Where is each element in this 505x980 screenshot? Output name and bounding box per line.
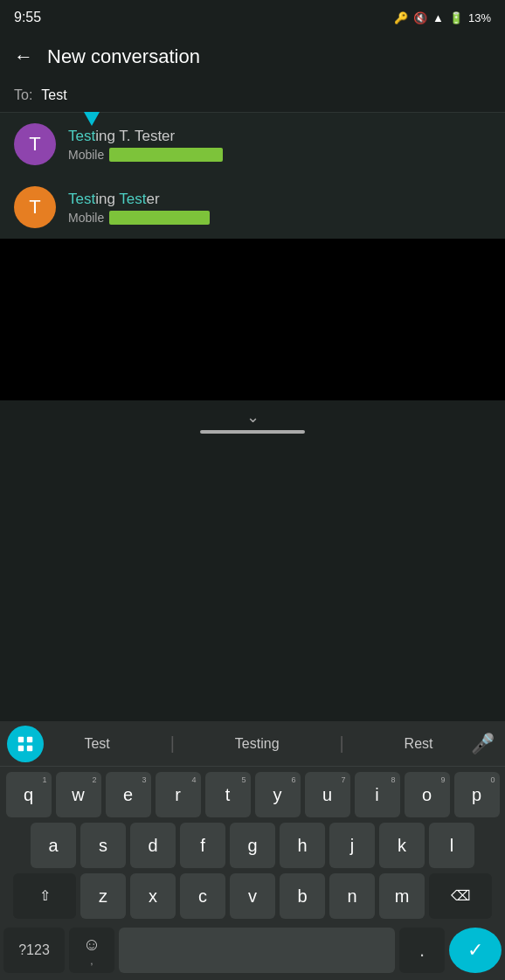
enter-button[interactable]: ✓	[449, 928, 502, 973]
key-w[interactable]: 2w	[56, 772, 101, 817]
emoji-icon: ☺	[83, 935, 100, 955]
key-g[interactable]: g	[230, 823, 275, 868]
status-time: 9:55	[14, 10, 41, 25]
key-z[interactable]: z	[80, 873, 126, 919]
nav-bar: ⌄	[0, 400, 505, 439]
kbd-row-3: ⇧ z x c v b n m ⌫	[3, 873, 502, 919]
suggestion-item-2[interactable]: T Testing Tester Mobile	[0, 176, 505, 239]
wifi-icon: ▲	[432, 11, 444, 24]
kbd-bottom-row: ?123 ☺ , . ✓	[0, 928, 505, 980]
key-n[interactable]: n	[329, 873, 375, 919]
key-v[interactable]: v	[230, 873, 275, 919]
delete-button[interactable]: ⌫	[429, 873, 492, 919]
suggestion-detail-2: Mobile	[68, 211, 210, 225]
key-h[interactable]: h	[280, 823, 325, 868]
phone-number-bar-2	[109, 211, 210, 225]
num-sym-button[interactable]: ?123	[3, 928, 65, 973]
name-rest-2b: er	[146, 191, 159, 207]
key-icon: 🔑	[394, 11, 408, 24]
status-icons: 🔑 🔇 ▲ 🔋 13%	[394, 11, 491, 24]
suggestion-detail-1: Mobile	[68, 148, 223, 162]
suggestion-name-1: Testing T. Tester	[68, 128, 223, 145]
to-input[interactable]: Test	[41, 87, 66, 103]
avatar-letter-1: T	[29, 133, 40, 156]
key-q[interactable]: 1q	[6, 772, 52, 817]
suggestion-info-2: Testing Tester Mobile	[68, 191, 210, 225]
kbd-sug-word-3[interactable]: Rest	[398, 736, 440, 752]
key-k[interactable]: k	[379, 823, 425, 868]
emoji-button[interactable]: ☺ ,	[69, 928, 114, 973]
phone-number-bar-1	[109, 148, 223, 162]
status-bar: 9:55 🔑 🔇 ▲ 🔋 13%	[0, 0, 505, 35]
to-label: To:	[14, 87, 32, 103]
key-f[interactable]: f	[180, 823, 225, 868]
highlight-test-2: Test	[68, 191, 95, 207]
name-rest-1: ing T. Tester	[95, 128, 175, 144]
page-title: New conversation	[47, 45, 200, 68]
top-bar: ← New conversation	[0, 35, 505, 79]
kbd-rows: 1q 2w 3e 4r 5t 6y 7u 8i 9o 0p a s d f g …	[0, 767, 505, 928]
kbd-sug-word-2[interactable]: Testing	[228, 736, 287, 752]
suggestion-name-2: Testing Tester	[68, 191, 210, 208]
mute-icon: 🔇	[413, 11, 427, 24]
key-x[interactable]: x	[130, 873, 176, 919]
mobile-label-1: Mobile	[68, 148, 104, 162]
comma-label: ,	[90, 955, 93, 967]
key-r[interactable]: 4r	[156, 772, 201, 817]
key-s[interactable]: s	[80, 823, 126, 868]
svg-rect-3	[27, 745, 32, 750]
key-i[interactable]: 8i	[355, 772, 400, 817]
chevron-down-icon[interactable]: ⌄	[246, 407, 259, 427]
kbd-row-1: 1q 2w 3e 4r 5t 6y 7u 8i 9o 0p	[3, 772, 502, 817]
avatar-2: T	[14, 186, 56, 228]
key-b[interactable]: b	[280, 873, 325, 919]
mic-button[interactable]: 🎤	[467, 728, 498, 760]
suggestion-item-1[interactable]: T Testing T. Tester Mobile	[0, 113, 505, 176]
key-m[interactable]: m	[379, 873, 425, 919]
key-l[interactable]: l	[429, 823, 474, 868]
checkmark-icon: ✓	[467, 939, 483, 962]
key-t[interactable]: 5t	[205, 772, 251, 817]
kbd-sug-word-1[interactable]: Test	[77, 736, 116, 752]
to-field: To: Test	[0, 79, 505, 113]
suggestions-list: T Testing T. Tester Mobile T Testing Tes…	[0, 113, 505, 239]
key-j[interactable]: j	[329, 823, 375, 868]
back-button[interactable]: ←	[14, 45, 33, 68]
period-button[interactable]: .	[399, 928, 445, 973]
grid-icon	[16, 734, 35, 754]
suggestion-info-1: Testing T. Tester Mobile	[68, 128, 223, 162]
battery-percent: 13%	[468, 11, 491, 24]
space-button[interactable]	[119, 928, 395, 973]
key-u[interactable]: 7u	[305, 772, 350, 817]
svg-rect-0	[18, 736, 24, 741]
key-a[interactable]: a	[31, 823, 76, 868]
highlight-tester-2: Test	[119, 191, 146, 207]
key-o[interactable]: 9o	[405, 772, 450, 817]
keyboard: Test | Testing | Rest 🎤 1q 2w 3e 4r 5t 6…	[0, 721, 505, 980]
highlight-test-1: Test	[68, 128, 95, 144]
avatar-1: T	[14, 123, 56, 165]
kbd-sug-words: Test | Testing | Rest	[51, 733, 467, 754]
key-c[interactable]: c	[180, 873, 225, 919]
key-d[interactable]: d	[130, 823, 176, 868]
empty-area	[0, 239, 505, 400]
shift-button[interactable]: ⇧	[13, 873, 76, 919]
kbd-row-2: a s d f g h j k l	[3, 823, 502, 868]
cursor-drop	[84, 112, 100, 126]
key-e[interactable]: 3e	[106, 772, 151, 817]
key-p[interactable]: 0p	[454, 772, 500, 817]
name-rest-2: ing	[95, 191, 119, 207]
home-bar	[200, 430, 305, 434]
battery-icon: 🔋	[449, 11, 463, 24]
svg-rect-2	[18, 745, 24, 750]
avatar-letter-2: T	[29, 196, 40, 219]
kbd-app-icon[interactable]	[7, 726, 44, 762]
key-y[interactable]: 6y	[255, 772, 301, 817]
mobile-label-2: Mobile	[68, 211, 104, 225]
svg-rect-1	[27, 736, 32, 741]
kbd-suggestions-bar: Test | Testing | Rest 🎤	[0, 721, 505, 767]
